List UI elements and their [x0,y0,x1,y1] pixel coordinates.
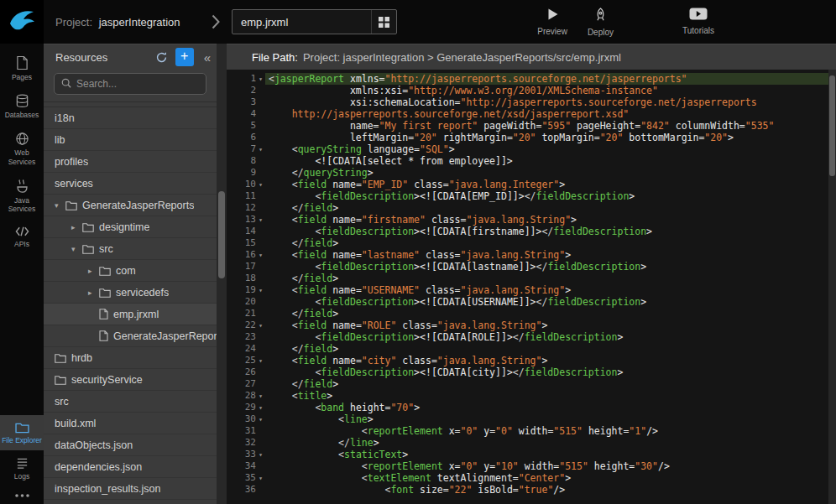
code-line-21[interactable]: 21 </field> [227,308,836,320]
editor-scrollbar[interactable] [828,70,836,504]
fold-toggle-icon[interactable]: ▾ [256,179,265,190]
tree-item-src[interactable]: ▾src [44,238,217,260]
code-line-3[interactable]: 3 xsi:schemaLocation="http://jasperrepor… [227,96,836,108]
code-line-29[interactable]: 29▾ <band height="70"> [227,402,836,413]
code-line-14[interactable]: 14 <fieldDescription><![CDATA[firstname]… [227,226,836,237]
code-line-1[interactable]: 1▾<jasperReport xmlns="http://jasperrepo… [227,73,836,85]
code-line-10[interactable]: 10▾ <field name="EMP_ID" class="java.lan… [227,179,836,190]
resources-scrollbar-thumb[interactable] [218,191,225,278]
code-line-25[interactable]: 25▾ <field name="city" class="java.lang.… [227,355,836,366]
code-line-30[interactable]: 30▾ <line> [227,413,836,425]
tree-item-services[interactable]: services [44,173,217,195]
fold-toggle-icon[interactable]: ▾ [256,143,265,155]
fold-toggle-icon[interactable]: ▾ [256,249,265,261]
tree-item-profiles[interactable]: profiles [44,151,217,173]
code-line-18[interactable]: 18 </field> [227,273,836,284]
fold-toggle-icon[interactable]: ▾ [256,472,265,484]
tree-item-hrdb[interactable]: hrdb [44,347,217,369]
code-line-5[interactable]: 5 name="My first report" pageWidth="595"… [227,120,836,132]
code-line-15[interactable]: 15 </field> [227,237,836,249]
code-line-31[interactable]: 31 <reportElement x="0" y="0" width="515… [227,425,836,437]
code-line-24[interactable]: 24 </field> [227,343,836,355]
chevron-right-icon[interactable]: ▸ [88,288,99,297]
fold-toggle-icon[interactable]: ▾ [256,402,265,413]
code-line-13[interactable]: 13▾ <field name="firstname" class="java.… [227,214,836,226]
tutorials-button[interactable]: Tutorials [682,8,714,35]
code-line-35[interactable]: 35▾ <textElement textAlignment="Center"> [227,472,836,484]
search-input[interactable] [76,78,199,90]
code-line-8[interactable]: 8 <![CDATA[select * from employee]]> [227,155,836,167]
code-text: <field name="USERNAME" class="java.lang.… [265,284,836,296]
sidebar-item-file-explorer[interactable]: File Explorer [0,415,44,450]
code-line-20[interactable]: 20 <fieldDescription><![CDATA[USERNAME]]… [227,296,836,308]
tree-item-build-xml[interactable]: build.xml [44,413,217,434]
search-box[interactable] [54,73,206,95]
chevron-right-icon[interactable]: ▸ [88,267,99,275]
tree-item-emp-jrxml[interactable]: emp.jrxml [44,304,217,325]
code-line-17[interactable]: 17 <fieldDescription><![CDATA[lastname]]… [227,261,836,273]
fold-toggle-icon[interactable]: ▾ [256,73,265,85]
deploy-button[interactable]: Deploy [588,8,614,37]
code-line-4[interactable]: 4 http://jasperreports.sourceforge.net/x… [227,108,836,120]
tree-item-lib[interactable]: lib [44,129,217,151]
brand-logo[interactable] [0,0,44,44]
editor-scrollbar-thumb[interactable] [829,75,835,176]
code-line-28[interactable]: 28▾ <title> [227,390,836,402]
sidebar-item-databases[interactable]: Databases [0,87,44,125]
code-line-36[interactable]: 36 <font size="22" isBold="true"/> [227,484,836,496]
fold-toggle-icon[interactable]: ▾ [256,214,265,226]
tree-folder-icon [55,375,66,385]
code-line-19[interactable]: 19▾ <field name="USERNAME" class="java.l… [227,284,836,296]
code-line-32[interactable]: 32 </line> [227,437,836,449]
sidebar-item-java-services[interactable]: Java Services [0,172,44,219]
tree-item-com[interactable]: ▸com [44,260,217,282]
code-line-23[interactable]: 23 <fieldDescription><![CDATA[ROLE]]></f… [227,331,836,343]
sidebar-item-more[interactable] [0,486,44,504]
tree-item-securityservice[interactable]: securityService [44,369,217,391]
fold-toggle-icon[interactable]: ▾ [256,390,265,402]
fold-toggle-icon[interactable]: ▾ [256,449,265,460]
code-line-7[interactable]: 7▾ <queryString language="SQL"> [227,143,836,155]
fold-toggle-icon[interactable]: ▾ [256,284,265,296]
tree-item-generatejasperreports[interactable]: ▾GenerateJasperReports [44,195,217,216]
code-line-2[interactable]: 2 xmlns:xsi="http://www.w3.org/2001/XMLS… [227,85,836,96]
code-line-27[interactable]: 27 </field> [227,378,836,390]
sidebar-item-logs[interactable]: Logs [0,450,44,486]
code-line-11[interactable]: 11 <fieldDescription><![CDATA[EMP_ID]]><… [227,190,836,202]
chevron-down-icon[interactable]: ▾ [71,245,82,253]
chevron-right-icon[interactable]: ▸ [71,223,82,231]
fold-toggle-icon[interactable]: ▾ [256,413,265,425]
code-line-22[interactable]: 22▾ <field name="ROLE" class="java.lang.… [227,320,836,331]
code-editor[interactable]: 1▾<jasperReport xmlns="http://jasperrepo… [227,70,836,504]
fold-toggle-icon[interactable]: ▾ [256,355,265,366]
code-line-6[interactable]: 6 leftMargin="20" rightMargin="20" topMa… [227,132,836,143]
tree-item-generatejasperreports-s[interactable]: GenerateJasperReports.s [44,325,217,347]
sidebar-item-pages[interactable]: Pages [0,49,44,87]
grid-icon[interactable] [371,10,396,34]
code-line-33[interactable]: 33▾ <staticText> [227,449,836,460]
code-line-34[interactable]: 34 <reportElement x="0" y="10" width="51… [227,460,836,472]
sidebar-item-web-services[interactable]: Web Services [0,125,44,171]
tree-item-designtime[interactable]: ▸designtime [44,216,217,238]
resources-scrollbar[interactable] [217,44,227,504]
tree-item-src[interactable]: src [44,391,217,413]
tree-item-dataobjects-json[interactable]: dataObjects.json [44,434,217,456]
sidebar-item-apis[interactable]: APIs [0,219,44,254]
code-line-16[interactable]: 16▾ <field name="lastname" class="java.l… [227,249,836,261]
code-line-12[interactable]: 12 </field> [227,202,836,214]
tree-item-inspection-results-json[interactable]: inspection_results.json [44,478,217,500]
preview-button[interactable]: Preview [537,8,567,36]
collapse-panel-icon[interactable]: « [201,50,213,65]
wavemaker-logo-icon [7,5,37,39]
tree-item-dependencies-json[interactable]: dependencies.json [44,456,217,478]
code-line-26[interactable]: 26 <fieldDescription><![CDATA[city]]></f… [227,366,836,378]
line-gutter: 14 [227,226,265,237]
fold-toggle-icon[interactable]: ▾ [256,320,265,331]
tree-item-i18n[interactable]: i18n [44,107,217,129]
tree-item-servicedefs[interactable]: ▸servicedefs [44,282,217,304]
code-line-9[interactable]: 9 </queryString> [227,167,836,179]
open-file-selector[interactable]: emp.jrxml [232,9,397,34]
chevron-down-icon[interactable]: ▾ [55,201,65,210]
refresh-icon[interactable] [155,51,168,64]
add-resource-button[interactable]: + [175,48,194,66]
